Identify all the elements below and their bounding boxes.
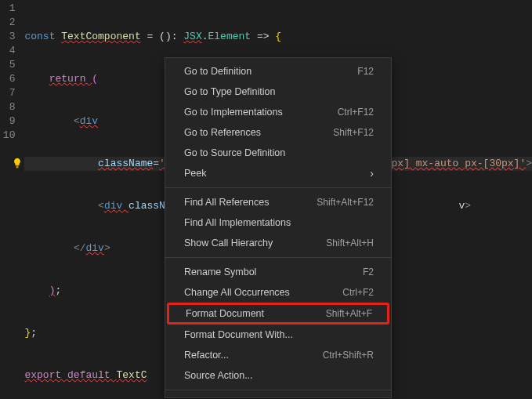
code-line[interactable]: const TextComponent = (): JSX.Element =>…	[24, 30, 532, 44]
menu-item-go-to-source-definition[interactable]: Go to Source Definition	[165, 143, 391, 163]
line-number: 2	[0, 16, 15, 30]
menu-item-show-call-hierarchy[interactable]: Show Call HierarchyShift+Alt+H	[165, 233, 391, 253]
menu-item-refactor[interactable]: Refactor...Ctrl+Shift+R	[165, 345, 391, 365]
menu-item-find-all-implementations[interactable]: Find All Implementations	[165, 212, 391, 233]
chevron-right-icon: ›	[370, 167, 374, 180]
menu-item-source-action[interactable]: Source Action...	[165, 365, 391, 386]
menu-item-go-to-implementations[interactable]: Go to ImplementationsCtrl+F12	[165, 102, 391, 122]
menu-item-format-document[interactable]: Format DocumentShift+Alt+F	[167, 303, 389, 325]
menu-separator	[165, 390, 391, 390]
line-number-gutter: 1 2 3 4 5 6 7 8 9 10	[0, 0, 24, 399]
line-number: 5	[0, 58, 15, 72]
line-number: 9	[0, 114, 15, 129]
menu-separator	[165, 187, 391, 188]
menu-item-go-to-definition[interactable]: Go to DefinitionF12	[165, 61, 391, 82]
line-number: 8	[0, 100, 15, 114]
line-number: 3	[0, 30, 15, 44]
line-number: 10	[0, 129, 15, 143]
lightbulb-icon[interactable]	[12, 158, 23, 169]
menu-item-find-all-references[interactable]: Find All ReferencesShift+Alt+F12	[165, 192, 391, 212]
menu-item-peek[interactable]: Peek›	[165, 163, 391, 183]
context-menu: Go to DefinitionF12 Go to Type Definitio…	[165, 57, 392, 398]
menu-item-change-all-occurrences[interactable]: Change All OccurrencesCtrl+F2	[165, 282, 391, 303]
line-number: 7	[0, 86, 15, 100]
menu-item-format-document-with[interactable]: Format Document With...	[165, 325, 391, 345]
menu-separator	[165, 257, 391, 258]
menu-item-rename-symbol[interactable]: Rename SymbolF2	[165, 262, 391, 282]
menu-item-go-to-references[interactable]: Go to ReferencesShift+F12	[165, 122, 391, 143]
line-number: 4	[0, 44, 15, 58]
line-number: 1	[0, 2, 15, 16]
line-number: 6	[0, 72, 15, 86]
menu-item-go-to-type-definition[interactable]: Go to Type Definition	[165, 82, 391, 102]
